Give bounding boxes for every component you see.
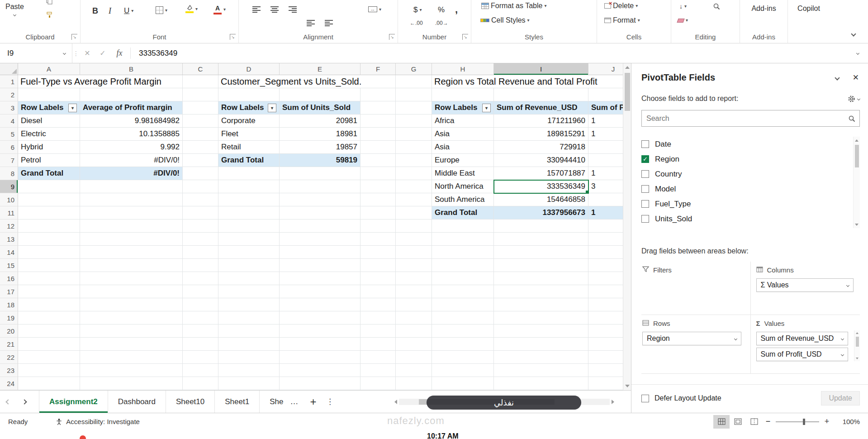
alignment-dialog-launcher[interactable]: ↘ (389, 34, 395, 40)
col-header-B[interactable]: B (80, 63, 183, 75)
format-button[interactable]: Format▾ (604, 16, 640, 24)
row-header-15[interactable]: 15 (0, 259, 18, 272)
cell-A20[interactable] (18, 324, 80, 338)
cell-J18[interactable] (588, 298, 623, 311)
field-item-model[interactable]: ✓ Model (641, 181, 860, 196)
scroll-up-icon[interactable] (856, 330, 859, 336)
sheet-tab-clipped[interactable]: She (260, 391, 285, 413)
rows-area[interactable]: Rows Region (641, 315, 751, 374)
zoom-slider-thumb[interactable] (803, 419, 805, 425)
cell-A2[interactable] (18, 88, 80, 101)
find-select-button[interactable] (713, 3, 720, 10)
cell-E4[interactable]: 20981 (280, 115, 360, 128)
defer-checkbox-icon[interactable]: ✓ (641, 395, 649, 402)
name-box[interactable]: I9 (0, 43, 72, 63)
row-header-6[interactable]: 6 (0, 141, 18, 154)
cell-H6[interactable]: Asia (432, 141, 494, 154)
scroll-left-icon[interactable] (394, 400, 397, 404)
cell-J21[interactable] (588, 338, 623, 351)
cell-B20[interactable] (80, 324, 183, 338)
expand-formula-bar-icon[interactable] (847, 52, 868, 54)
field-item-units-sold[interactable]: ✓ Units_Sold (641, 211, 860, 226)
cell-H16[interactable] (432, 272, 494, 285)
cell-E16[interactable] (280, 272, 360, 285)
cell-H5[interactable]: Asia (432, 128, 494, 141)
cell-B11[interactable] (80, 206, 183, 220)
cell-B10[interactable] (80, 193, 183, 206)
field-list-scrollbar[interactable] (853, 137, 860, 228)
cell-F9[interactable] (360, 180, 396, 193)
cell-C20[interactable] (183, 324, 218, 338)
cell-J4[interactable]: 1 (588, 115, 623, 128)
cell-G7[interactable] (396, 154, 432, 167)
font-color-button[interactable]: A ▾ (213, 5, 226, 14)
cell-J11[interactable]: 1 (588, 206, 623, 220)
spreadsheet-grid[interactable]: ABCDEFGHIJ1Fuel-Type vs Average Profit M… (0, 63, 623, 390)
cell-A16[interactable] (18, 272, 80, 285)
cell-J15[interactable] (588, 259, 623, 272)
col-header-C[interactable]: C (183, 63, 218, 75)
clipboard-dialog-launcher[interactable]: ↘ (71, 34, 77, 40)
row-header-22[interactable]: 22 (0, 351, 18, 364)
fill-color-button[interactable]: ▾ (185, 5, 198, 13)
tabs-ellipsis-icon[interactable]: … (285, 391, 304, 413)
cell-J24[interactable] (588, 377, 623, 390)
search-icon[interactable] (844, 115, 859, 122)
scroll-down-icon[interactable] (856, 356, 859, 361)
row-header-17[interactable]: 17 (0, 285, 18, 298)
cell-B6[interactable]: 9.992 (80, 141, 183, 154)
row-header-21[interactable]: 21 (0, 338, 18, 351)
cell-F6[interactable] (360, 141, 396, 154)
sheet-tab-assignment2[interactable]: Assignment2 (39, 391, 108, 413)
cell-A4[interactable]: Diesel (18, 115, 80, 128)
cell-C15[interactable] (183, 259, 218, 272)
cell-D10[interactable] (218, 193, 280, 206)
cell-E20[interactable] (280, 324, 360, 338)
collapse-ribbon-icon[interactable] (851, 31, 856, 36)
cell-I10[interactable]: 154646858 (494, 193, 588, 206)
cell-I14[interactable] (494, 246, 588, 259)
tabs-scroll-right-icon[interactable] (16, 391, 33, 413)
cell-F11[interactable] (360, 206, 396, 220)
cell-B4[interactable]: 9.981684982 (80, 115, 183, 128)
cell-I8[interactable]: 157071887 (494, 167, 588, 180)
zoom-slider[interactable] (776, 421, 819, 422)
row-header-16[interactable]: 16 (0, 272, 18, 285)
cell-E14[interactable] (280, 246, 360, 259)
clear-button[interactable]: ▾ (678, 18, 688, 23)
cell-A14[interactable] (18, 246, 80, 259)
cell-H17[interactable] (432, 285, 494, 298)
cell-F24[interactable] (360, 377, 396, 390)
cell-H23[interactable] (432, 364, 494, 377)
scroll-up-icon[interactable] (855, 137, 859, 144)
delete-button[interactable]: ✕ Delete▾ (604, 2, 638, 10)
select-all-corner[interactable] (0, 63, 18, 75)
region-field-pill[interactable]: Region (642, 332, 741, 345)
cell-B23[interactable] (80, 364, 183, 377)
cell-G1[interactable] (396, 75, 432, 88)
cell-F16[interactable] (360, 272, 396, 285)
cell-C3[interactable] (183, 101, 218, 115)
checkbox-icon[interactable]: ✓ (641, 155, 649, 163)
paste-button[interactable]: Paste (5, 3, 24, 16)
cell-I24[interactable] (494, 377, 588, 390)
cell-H20[interactable] (432, 324, 494, 338)
zoom-level[interactable]: 100% (836, 418, 860, 425)
cell-B17[interactable] (80, 285, 183, 298)
cell-G22[interactable] (396, 351, 432, 364)
cell-C4[interactable] (183, 115, 218, 128)
cell-J12[interactable] (588, 220, 623, 233)
row-header-9[interactable]: 9 (0, 180, 18, 193)
cell-D7[interactable]: Grand Total (218, 154, 280, 167)
cell-A7[interactable]: Petrol (18, 154, 80, 167)
scroll-right-icon[interactable] (612, 400, 614, 404)
enter-icon[interactable]: ✓ (95, 49, 110, 57)
cell-C13[interactable] (183, 233, 218, 246)
col-header-G[interactable]: G (396, 63, 432, 75)
cell-C21[interactable] (183, 338, 218, 351)
percent-icon[interactable]: % (438, 5, 445, 14)
cell-E2[interactable] (280, 88, 360, 101)
cell-C18[interactable] (183, 298, 218, 311)
row-header-18[interactable]: 18 (0, 298, 18, 311)
cell-H24[interactable] (432, 377, 494, 390)
